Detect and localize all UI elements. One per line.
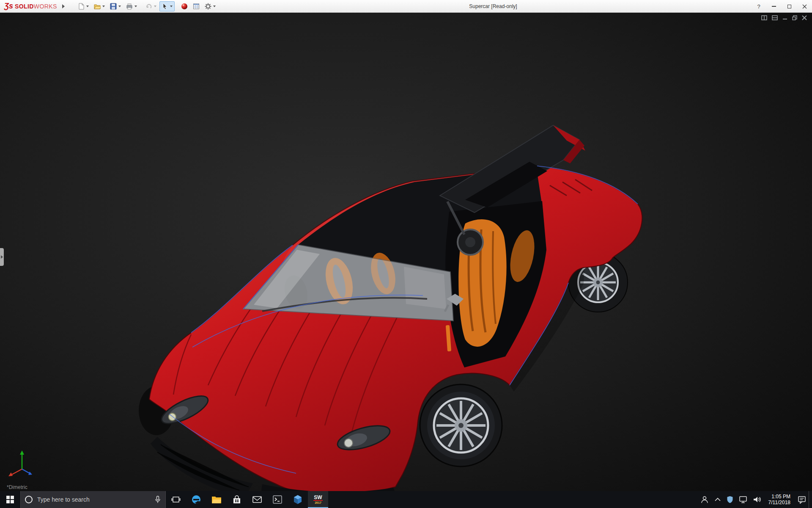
task-view-icon [171,495,181,504]
mail-envelope-icon [252,495,262,504]
close-button[interactable] [797,0,812,13]
clock-date: 7/11/2018 [768,500,791,505]
doc-close-icon[interactable] [802,15,807,20]
minimize-button[interactable] [766,0,782,13]
brand-works: WORKS [34,3,57,10]
security-shield-icon[interactable] [727,496,733,503]
task-view-button[interactable] [166,491,186,508]
solidworks-logo: ƷsSOLIDWORKS [0,2,57,11]
windows-logo-icon [6,496,14,503]
taskbar-apps: SW 2017 [166,491,328,508]
options-button[interactable] [203,1,218,11]
ds-logo-mark: Ʒs [4,2,13,11]
undo-icon [145,3,152,10]
start-button[interactable] [0,491,20,508]
microphone-icon[interactable] [154,496,161,503]
help-button[interactable]: ? [751,0,766,13]
command-prompt-icon [272,494,283,505]
close-icon [802,4,807,9]
pane-split-icon[interactable] [772,15,778,20]
print-icon [126,3,133,10]
feature-manager-tab[interactable] [0,248,4,266]
appearance-sphere-icon [181,3,188,10]
doc-restore-icon[interactable] [792,15,797,20]
cortana-icon [25,496,33,503]
hidden-icons-button[interactable] [714,497,721,502]
folder-icon [211,495,222,504]
dropdown-caret-icon[interactable] [102,6,105,7]
edge-icon [191,494,201,505]
store-bag-icon [232,495,242,504]
clock-time: 1:05 PM [768,494,791,500]
solidworks-app-button[interactable]: SW 2017 [308,491,328,508]
orientation-triad[interactable] [5,448,37,481]
dropdown-caret-icon[interactable] [86,6,89,7]
options-gear-icon [205,3,211,10]
open-icon [94,3,101,10]
taskbar: Type here to search SW 2017 [0,491,812,508]
document-window-controls [761,15,807,20]
taskbar-search[interactable]: Type here to search [20,491,166,508]
select-button[interactable] [159,1,175,11]
modeler-app-button[interactable] [288,491,308,508]
view-orientation-label: *Dimetric [7,484,27,490]
dropdown-caret-icon[interactable] [170,6,173,7]
file-properties-icon [193,3,200,10]
undo-button[interactable] [143,1,159,11]
select-cursor-icon [162,3,168,10]
quick-access-toolbar [76,1,218,11]
dropdown-caret-icon[interactable] [134,6,137,7]
show-desktop-button[interactable] [809,491,812,508]
save-icon [110,3,117,10]
dropdown-caret-icon[interactable] [118,6,121,7]
open-button[interactable] [92,1,107,11]
file-properties-button[interactable] [191,1,202,11]
system-tray: 1:05 PM 7/11/2018 [698,491,809,508]
car-model-scene[interactable] [0,13,812,491]
action-center-button[interactable] [798,495,806,504]
print-button[interactable] [124,1,139,11]
new-document-button[interactable] [76,1,91,11]
titlebar: ƷsSOLIDWORKS [0,0,812,13]
people-button[interactable] [700,495,709,504]
appearance-button[interactable] [179,1,190,11]
file-explorer-button[interactable] [206,491,227,508]
document-title: Supercar [Read-only] [469,0,517,13]
chevron-right-icon [1,255,3,259]
dropdown-caret-icon[interactable] [213,6,216,7]
solidworks-icon: SW [313,495,322,501]
minimize-icon [772,6,776,7]
mail-button[interactable] [247,491,267,508]
window-controls: ? [751,0,812,13]
save-button[interactable] [108,1,123,11]
maximize-button[interactable] [782,0,797,13]
pane-icon[interactable] [761,15,767,20]
menu-expand-arrow-icon[interactable] [62,4,65,8]
search-input[interactable]: Type here to search [37,496,150,503]
front-wheel [420,384,502,467]
brand-solid: SOLID [15,3,34,10]
solidworks-version-badge: 2017 [315,501,321,505]
store-button[interactable] [227,491,247,508]
doc-minimize-icon[interactable] [782,15,787,20]
new-document-icon [78,3,85,10]
volume-icon[interactable] [753,496,761,503]
graphics-viewport[interactable]: *Dimetric [0,13,812,491]
taskbar-clock[interactable]: 1:05 PM 7/11/2018 [767,494,793,505]
edge-button[interactable] [186,491,206,508]
chevron-up-icon [714,497,721,502]
network-icon[interactable] [739,496,747,503]
dropdown-caret-icon[interactable] [154,6,156,7]
cube-icon [293,494,303,505]
command-prompt-button[interactable] [267,491,288,508]
maximize-icon [787,5,791,8]
